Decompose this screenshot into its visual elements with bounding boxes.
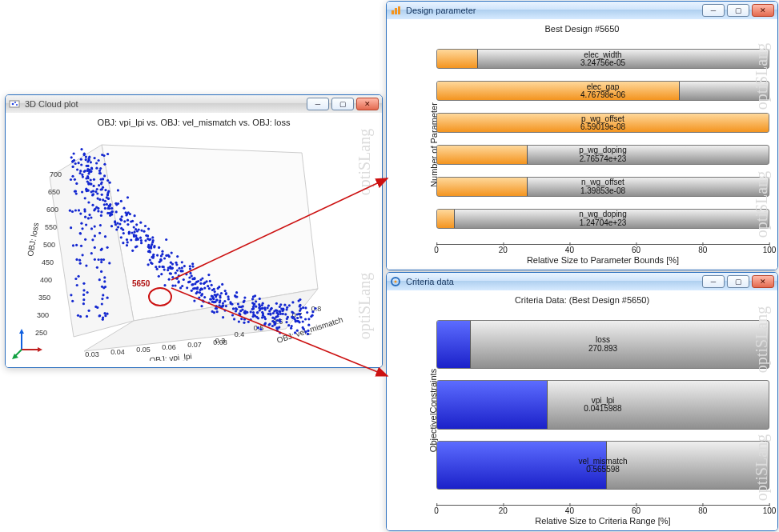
bar-row-loss[interactable]: 3loss270.893 xyxy=(436,320,769,369)
svg-point-406 xyxy=(120,227,122,230)
svg-point-494 xyxy=(98,184,100,186)
titlebar-criteria[interactable]: Criteria data ─ ▢ ✕ xyxy=(387,273,777,291)
svg-point-250 xyxy=(119,218,122,220)
highlight-circle xyxy=(148,287,172,306)
bar-row-n_wg_offset[interactable]: 2n_wg_offset1.39853e-08 xyxy=(436,177,769,197)
svg-point-432 xyxy=(239,314,241,316)
bar-label: p_wg_offset6.59019e-08 xyxy=(580,114,625,131)
maximize-button[interactable]: ▢ xyxy=(727,4,749,17)
svg-point-311 xyxy=(291,316,293,318)
bar-row-elec_gap[interactable]: 5elec_gap4.76798e-06 xyxy=(436,81,769,101)
criteria-icon xyxy=(390,276,401,287)
bar-track: n_wg_doping1.24704e+23 xyxy=(436,209,769,229)
bar-fill xyxy=(437,321,471,368)
bar-row-vel_mismatch[interactable]: 1vel_mismatch0.565598 xyxy=(436,441,769,490)
svg-point-614 xyxy=(90,252,93,254)
svg-point-154 xyxy=(202,299,204,302)
svg-point-519 xyxy=(104,200,106,202)
svg-point-3 xyxy=(16,104,18,106)
svg-point-593 xyxy=(104,207,106,210)
svg-point-534 xyxy=(85,265,87,267)
svg-point-288 xyxy=(176,255,179,258)
z-tick: 400 xyxy=(40,276,52,284)
svg-point-382 xyxy=(116,222,118,225)
criteria-bars: 3loss270.8932vpi_lpi0.04159881vel_mismat… xyxy=(422,308,769,502)
close-button[interactable]: ✕ xyxy=(356,98,379,110)
bar-fill xyxy=(437,146,528,164)
bar-fill xyxy=(437,50,478,68)
svg-point-527 xyxy=(91,238,94,241)
svg-point-205 xyxy=(276,312,279,314)
svg-point-39 xyxy=(216,293,219,295)
minimize-button[interactable]: ─ xyxy=(702,275,725,288)
svg-point-577 xyxy=(95,162,98,164)
svg-point-579 xyxy=(94,226,96,228)
svg-point-522 xyxy=(90,183,92,186)
window-cloud-plot[interactable]: 3D Cloud plot ─ ▢ ✕ OBJ: vpi_lpi vs. OBJ… xyxy=(5,94,383,368)
svg-point-523 xyxy=(147,250,150,253)
svg-point-566 xyxy=(101,181,103,183)
svg-point-56 xyxy=(171,252,173,254)
maximize-button[interactable]: ▢ xyxy=(331,98,354,110)
svg-marker-648 xyxy=(19,329,24,334)
svg-point-108 xyxy=(74,162,77,165)
titlebar-design-param[interactable]: Design parameter ─ ▢ ✕ xyxy=(387,2,777,20)
bar-row-vpi_lpi[interactable]: 2vpi_lpi0.0415988 xyxy=(436,380,769,429)
svg-point-333 xyxy=(176,270,179,272)
svg-point-539 xyxy=(107,198,110,200)
z-tick: 600 xyxy=(46,206,58,214)
svg-point-510 xyxy=(251,302,254,304)
svg-point-504 xyxy=(279,303,282,306)
svg-point-605 xyxy=(74,178,76,181)
svg-point-258 xyxy=(255,300,257,302)
window-criteria-data[interactable]: Criteria data ─ ▢ ✕ Criteria Data: (Best… xyxy=(386,272,778,531)
svg-point-189 xyxy=(179,267,181,270)
svg-point-538 xyxy=(71,300,74,302)
svg-point-537 xyxy=(69,210,71,212)
window-controls: ─ ▢ ✕ xyxy=(702,4,774,17)
svg-point-623 xyxy=(103,312,106,314)
svg-point-551 xyxy=(103,280,106,282)
bar-row-n_wg_doping[interactable]: 1n_wg_doping1.24704e+23 xyxy=(436,209,769,229)
minimize-button[interactable]: ─ xyxy=(702,4,725,17)
svg-point-133 xyxy=(283,304,286,306)
minimize-button[interactable]: ─ xyxy=(307,98,329,110)
svg-point-201 xyxy=(192,287,195,290)
svg-point-474 xyxy=(274,322,276,325)
svg-point-265 xyxy=(279,318,281,321)
svg-point-592 xyxy=(97,207,99,210)
svg-point-256 xyxy=(294,318,296,320)
svg-point-300 xyxy=(276,326,279,329)
svg-point-149 xyxy=(167,269,169,271)
svg-point-374 xyxy=(136,230,139,232)
cloud-plot-svg[interactable]: 700 650 600 550 500 450 400 350 300 250 … xyxy=(14,129,374,361)
svg-point-229 xyxy=(126,238,128,241)
window-design-parameter[interactable]: Design parameter ─ ▢ ✕ Best Design #5650… xyxy=(386,1,778,270)
svg-point-625 xyxy=(96,266,98,269)
svg-point-195 xyxy=(171,285,174,287)
svg-point-512 xyxy=(230,302,232,305)
bar-row-elec_width[interactable]: 6elec_width3.24756e-05 xyxy=(436,49,769,69)
svg-point-395 xyxy=(197,280,199,282)
svg-point-546 xyxy=(98,258,100,261)
svg-point-226 xyxy=(299,304,301,306)
svg-point-191 xyxy=(296,317,299,319)
close-button[interactable]: ✕ xyxy=(752,275,774,288)
svg-point-266 xyxy=(286,308,288,310)
svg-point-581 xyxy=(75,193,78,195)
titlebar-cloud[interactable]: 3D Cloud plot ─ ▢ ✕ xyxy=(6,95,382,114)
maximize-button[interactable]: ▢ xyxy=(727,275,749,288)
close-button[interactable]: ✕ xyxy=(752,4,774,17)
svg-point-71 xyxy=(181,266,183,269)
z-tick: 500 xyxy=(43,241,55,249)
x-axis-label: Relative Size to Parameter Bounds [%] xyxy=(436,255,769,265)
bar-row-p_wg_offset[interactable]: 4p_wg_offset6.59019e-08 xyxy=(436,113,769,133)
svg-point-289 xyxy=(242,305,244,307)
svg-point-597 xyxy=(90,178,92,181)
svg-point-458 xyxy=(104,189,106,191)
svg-point-127 xyxy=(201,277,203,279)
svg-point-532 xyxy=(101,298,103,300)
bar-row-p_wg_doping[interactable]: 3p_wg_doping2.76574e+23 xyxy=(436,145,769,165)
x-tick: 60 xyxy=(632,506,640,515)
svg-point-8 xyxy=(209,280,211,282)
